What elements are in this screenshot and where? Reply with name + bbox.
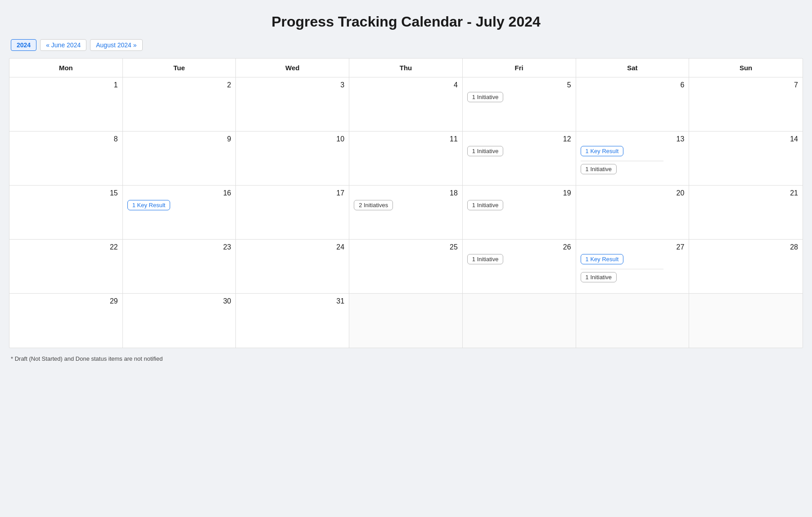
cell-date: 21: [694, 189, 798, 197]
calendar-cell: 131 Key Result1 Initiative: [576, 132, 690, 186]
calendar-cell: 31: [236, 294, 349, 348]
badge-container: 1 Initiative: [467, 146, 571, 158]
calendar-cell: 28: [689, 240, 803, 294]
initiative-badge[interactable]: 1 Initiative: [581, 164, 617, 174]
cell-date: 3: [240, 81, 344, 89]
calendar-cell: 8: [9, 132, 123, 186]
badge-separator: [581, 161, 664, 161]
key-result-badge[interactable]: 1 Key Result: [581, 146, 624, 156]
calendar-header: MonTueWedThuFriSatSun: [9, 59, 803, 77]
calendar-grid: 123451 Initiative67891011121 Initiative1…: [9, 77, 803, 348]
cell-date: 23: [127, 243, 231, 251]
day-name-sun: Sun: [689, 59, 803, 77]
calendar-cell: 7: [689, 77, 803, 132]
cell-date: 2: [127, 81, 231, 89]
calendar-cell: 30: [123, 294, 236, 348]
calendar-cell: 20: [576, 186, 690, 240]
initiative-badge[interactable]: 2 Initiatives: [354, 200, 393, 210]
cell-date: 17: [240, 189, 344, 197]
cell-date: 25: [354, 243, 458, 251]
calendar-cell: 23: [123, 240, 236, 294]
cell-date: 11: [354, 135, 458, 143]
cell-date: 1: [14, 81, 118, 89]
key-result-badge[interactable]: 1 Key Result: [581, 254, 624, 264]
calendar-cell: 261 Initiative: [463, 240, 576, 294]
cell-date: 18: [354, 189, 458, 197]
calendar-cell: [576, 294, 690, 348]
cell-date: 29: [14, 297, 118, 305]
cell-date: 30: [127, 297, 231, 305]
cell-date: 28: [694, 243, 798, 251]
initiative-badge[interactable]: 1 Initiative: [467, 254, 504, 264]
cell-date: 6: [581, 81, 685, 89]
calendar-cell: 3: [236, 77, 349, 132]
calendar-cell: 14: [689, 132, 803, 186]
calendar-cell: 15: [9, 186, 123, 240]
cell-date: 22: [14, 243, 118, 251]
calendar-cell: [463, 294, 576, 348]
cell-date: 7: [694, 81, 798, 89]
calendar-cell: 161 Key Result: [123, 186, 236, 240]
footnote: * Draft (Not Started) and Done status it…: [9, 355, 803, 362]
cell-date: 31: [240, 297, 344, 305]
calendar-cell: 6: [576, 77, 690, 132]
badge-container: 1 Initiative: [467, 200, 571, 212]
calendar-cell: 4: [349, 77, 463, 132]
calendar-cell: 22: [9, 240, 123, 294]
calendar-cell: 25: [349, 240, 463, 294]
badge-container: 1 Key Result: [127, 200, 231, 212]
calendar-cell: [689, 294, 803, 348]
cell-date: 9: [127, 135, 231, 143]
badge-container: 1 Key Result1 Initiative: [581, 254, 685, 284]
cell-date: 14: [694, 135, 798, 143]
calendar-cell: 2: [123, 77, 236, 132]
day-name-thu: Thu: [349, 59, 463, 77]
cell-date: 27: [581, 243, 685, 251]
cell-date: 12: [467, 135, 571, 143]
page-title: Progress Tracking Calendar - July 2024: [9, 14, 803, 30]
badge-container: 2 Initiatives: [354, 200, 458, 212]
initiative-badge[interactable]: 1 Initiative: [467, 200, 504, 210]
badge-container: 1 Key Result1 Initiative: [581, 146, 685, 176]
cell-date: 10: [240, 135, 344, 143]
calendar-cell: 17: [236, 186, 349, 240]
prev-month-button[interactable]: « June 2024: [40, 39, 86, 51]
day-name-sat: Sat: [576, 59, 690, 77]
calendar-cell: 10: [236, 132, 349, 186]
day-name-fri: Fri: [463, 59, 576, 77]
key-result-badge[interactable]: 1 Key Result: [127, 200, 171, 210]
calendar-cell: 11: [349, 132, 463, 186]
calendar-cell: 29: [9, 294, 123, 348]
calendar-cell: 1: [9, 77, 123, 132]
cell-date: 5: [467, 81, 571, 89]
calendar: MonTueWedThuFriSatSun 123451 Initiative6…: [9, 58, 803, 348]
badge-container: 1 Initiative: [467, 92, 571, 104]
cell-date: 8: [14, 135, 118, 143]
calendar-cell: 271 Key Result1 Initiative: [576, 240, 690, 294]
day-name-tue: Tue: [123, 59, 236, 77]
calendar-cell: 9: [123, 132, 236, 186]
badge-container: 1 Initiative: [467, 254, 571, 266]
initiative-badge[interactable]: 1 Initiative: [581, 272, 617, 282]
navigation-bar: 2024 « June 2024 August 2024 »: [9, 39, 803, 51]
cell-date: 19: [467, 189, 571, 197]
calendar-cell: 24: [236, 240, 349, 294]
cell-date: 26: [467, 243, 571, 251]
initiative-badge[interactable]: 1 Initiative: [467, 146, 504, 156]
cell-date: 4: [354, 81, 458, 89]
day-name-wed: Wed: [236, 59, 349, 77]
cell-date: 20: [581, 189, 685, 197]
year-button[interactable]: 2024: [11, 39, 36, 51]
calendar-cell: [349, 294, 463, 348]
cell-date: 16: [127, 189, 231, 197]
day-name-mon: Mon: [9, 59, 123, 77]
initiative-badge[interactable]: 1 Initiative: [467, 92, 504, 102]
cell-date: 15: [14, 189, 118, 197]
cell-date: 24: [240, 243, 344, 251]
calendar-cell: 51 Initiative: [463, 77, 576, 132]
cell-date: 13: [581, 135, 685, 143]
calendar-cell: 182 Initiatives: [349, 186, 463, 240]
calendar-cell: 21: [689, 186, 803, 240]
badge-separator: [581, 269, 664, 269]
next-month-button[interactable]: August 2024 »: [90, 39, 142, 51]
